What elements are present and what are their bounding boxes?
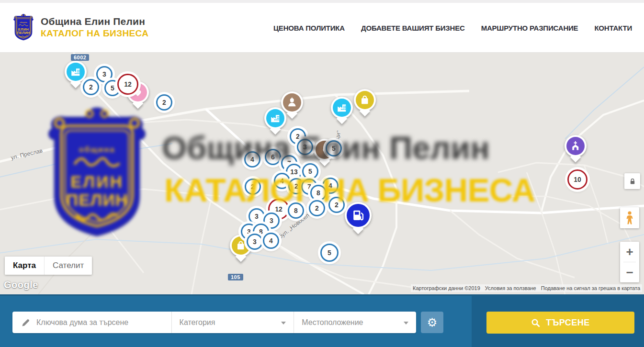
header: Община Елин Пелин КАТАЛОГ НА БИЗНЕСА ЦЕН… [0, 3, 644, 53]
factory-icon [333, 99, 351, 117]
pin-marker-factory[interactable] [331, 97, 353, 119]
cluster-marker[interactable]: 2 [83, 79, 99, 95]
chevron-down-icon [281, 322, 286, 325]
keyword-search-input[interactable] [36, 318, 165, 327]
search-form: Категория Местоположение [12, 312, 416, 333]
google-map[interactable]: 3251222356471352427482128233383451060021… [0, 53, 644, 294]
map-type-satellite-button[interactable]: Сателит [44, 257, 92, 275]
nav-contacts[interactable]: КОНТАКТИ [594, 24, 632, 32]
advanced-settings-button[interactable]: ⚙ [421, 312, 443, 333]
pencil-icon [21, 318, 31, 327]
search-bar: Категория Местоположение ⚙ ТЪРСЕНЕ [0, 294, 644, 347]
watermark-subtitle: КАТАЛОГ НА БИЗНЕСА [164, 171, 576, 209]
cluster-marker[interactable]: 4 [263, 233, 279, 249]
search-icon [531, 318, 540, 327]
cluster-marker[interactable]: 3 [247, 234, 263, 250]
nav-route-schedule[interactable]: МАРШРУТНО РАЗПИСАНИЕ [481, 24, 578, 32]
worker-icon [283, 93, 301, 112]
shopping-bag-icon [356, 91, 374, 109]
cluster-marker[interactable]: 3 [249, 208, 265, 224]
cluster-marker[interactable]: 12 [117, 74, 138, 95]
nav-add-your-business[interactable]: ДОБАВЕТЕ ВАШИЯТ БИЗНЕС [361, 24, 465, 32]
google-logo[interactable]: Google [4, 280, 38, 291]
watermark-emblem [41, 104, 153, 240]
site-logo[interactable]: Община Елин Пелин КАТАЛОГ НА БИЗНЕСА [12, 13, 148, 41]
site-subtitle: КАТАЛОГ НА БИЗНЕСА [41, 28, 148, 39]
location-select[interactable]: Местоположение [294, 312, 416, 333]
attribution-report-error-link[interactable]: Подаване на сигнал за грешка в картата [541, 285, 640, 291]
pin-marker-worker[interactable] [281, 91, 303, 113]
search-button[interactable]: ТЪРСЕНЕ [486, 312, 634, 334]
map-attribution: Картографски данни ©2019 Условия за полз… [411, 284, 642, 292]
map-type-map-button[interactable]: Карта [5, 257, 44, 275]
street-view-pegman[interactable] [620, 207, 639, 228]
zoom-out-button[interactable]: − [620, 262, 639, 282]
road-number-badge: 105 [228, 274, 243, 280]
factory-icon [67, 63, 85, 81]
cluster-marker[interactable]: 5 [320, 244, 339, 262]
factory-icon [266, 109, 284, 127]
road-number-badge: 6002 [71, 54, 89, 61]
map-type-control: Карта Сателит [5, 257, 92, 275]
pin-marker-shopping-bag[interactable] [354, 89, 376, 111]
category-select[interactable]: Категория [171, 312, 294, 333]
gear-icon: ⚙ [427, 316, 438, 329]
pin-marker-factory[interactable] [264, 107, 286, 129]
pegman-icon [624, 211, 635, 225]
location-select-value: Местоположение [302, 318, 363, 327]
pin-marker-factory[interactable] [65, 61, 87, 83]
zoom-in-button[interactable]: + [620, 242, 639, 262]
site-title: Община Елин Пелин [41, 16, 148, 27]
chevron-down-icon [404, 322, 408, 325]
attribution-copyright: Картографски данни ©2019 [413, 285, 480, 291]
nav-pricing-policy[interactable]: ЦЕНОВА ПОЛИТИКА [273, 24, 345, 32]
zoom-control: + − [620, 242, 639, 282]
search-button-label: ТЪРСЕНЕ [546, 318, 590, 328]
attribution-terms-link[interactable]: Условия за ползване [485, 285, 536, 291]
category-select-value: Категория [180, 318, 215, 327]
watermark-title: Община Елин Пелин [162, 129, 578, 166]
cluster-marker[interactable]: 2 [156, 94, 172, 111]
main-nav: ЦЕНОВА ПОЛИТИКА ДОБАВЕТЕ ВАШИЯТ БИЗНЕС М… [273, 3, 632, 53]
keyword-field-wrap [12, 312, 171, 333]
municipality-emblem-icon [12, 13, 35, 41]
lock-icon [629, 178, 636, 185]
map-lock-button[interactable] [624, 173, 640, 189]
